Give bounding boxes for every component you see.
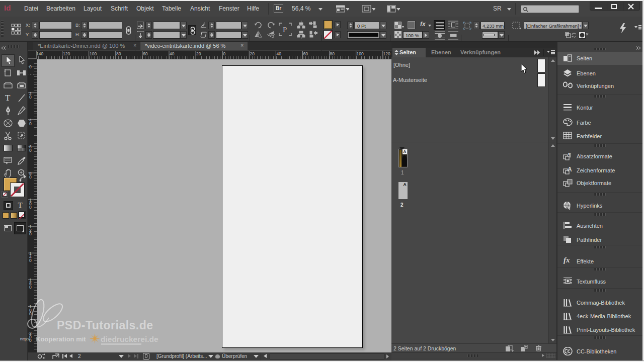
svg-text:¶: ¶ xyxy=(568,152,571,158)
svg-text:P: P xyxy=(283,26,287,34)
svg-text:A: A xyxy=(568,166,572,173)
